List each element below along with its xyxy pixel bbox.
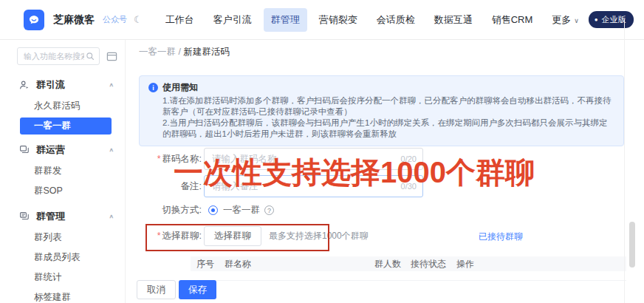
info-icon: i <box>148 83 158 92</box>
sidebar: 群引流 ∧ 永久群活码 一客一群 群运营 ∧ 群群发 群SOP 群管理 ∧ 群列… <box>0 40 126 303</box>
nav-item-more[interactable]: 更多∨ <box>544 8 586 32</box>
enterprise-badge[interactable]: ● 企业版 <box>589 11 634 28</box>
sidebar-item-group-list[interactable]: 群列表 <box>0 228 125 248</box>
column-header-index: 序号 <box>196 258 214 270</box>
nav-item-marketing-fission[interactable]: 营销裂变 <box>312 8 365 32</box>
app-logo[interactable] <box>24 10 44 30</box>
radio-one-customer-one-group[interactable] <box>208 205 218 215</box>
breadcrumb: 一客一群 / 新建群活码 <box>139 46 230 58</box>
usage-notice: i 使用需知 1.请在添加群活码时添加多个群聊，客户扫码后会按序分配一个群聊，已… <box>139 75 624 146</box>
sidebar-item-group-member-list[interactable]: 群成员列表 <box>0 248 125 268</box>
sidebar-item-one-customer-one-group[interactable]: 一客一群 <box>20 118 112 135</box>
cancel-button[interactable]: 取消 <box>137 280 176 299</box>
group-management-icon <box>19 211 30 222</box>
group-operation-icon <box>19 145 30 155</box>
usage-notice-line: 2.当用户扫活码分配群聊后，该群聊会与扫码用户产生1小时的绑定关系，在绑定期间用… <box>148 118 614 140</box>
received-groups-link[interactable]: 已接待群聊 <box>479 231 523 243</box>
nav-item-group-management[interactable]: 群管理 <box>264 8 307 32</box>
chat-bubble-icon <box>27 13 41 27</box>
group-table-empty-body <box>191 271 626 281</box>
radio-option-label: 一客一群 <box>223 204 260 217</box>
radio-dot <box>211 208 215 212</box>
nav-item-data-exchange[interactable]: 数据互通 <box>427 8 480 32</box>
column-header-member-count: 群人数 <box>374 258 401 270</box>
group-table-header: 序号 群名称 群人数 接待状态 操作 <box>191 256 626 271</box>
sidebar-item-group-mass-send[interactable]: 群群发 <box>0 161 125 181</box>
sidebar-item-group-stats[interactable]: 群统计 <box>0 268 125 287</box>
sidebar-item-permanent-group-qrcode[interactable]: 永久群活码 <box>0 96 125 116</box>
usage-notice-line: 1.请在添加群活码时添加多个群聊，客户扫码后会按序分配一个群聊，已分配客户的群聊… <box>148 95 614 118</box>
sidebar-section-group-acquisition[interactable]: 群引流 ∧ <box>0 74 125 96</box>
select-groups-button[interactable]: 选择群聊 <box>204 226 261 246</box>
chevron-up-icon: ∧ <box>109 82 114 88</box>
switch-mode-label: 切换方式: <box>126 204 202 217</box>
breadcrumb-current: 新建群活码 <box>183 47 230 57</box>
nav-item-sales-crm[interactable]: 销售CRM <box>484 8 541 32</box>
chevron-up-icon: ∧ <box>109 147 114 153</box>
group-acquisition-icon <box>19 80 30 90</box>
nav-item-customer-acquisition[interactable]: 客户引流 <box>206 8 259 32</box>
sidebar-item-tag-group-create[interactable]: 标签建群 <box>0 287 125 303</box>
sidebar-item-group-sop[interactable]: 群SOP <box>0 181 125 201</box>
primary-nav: 工作台 客户引流 群管理 营销裂变 会话质检 数据互通 销售CRM 更多∨ <box>156 8 589 32</box>
function-search-input[interactable] <box>22 51 86 61</box>
column-header-reception-status: 接待状态 <box>411 258 446 270</box>
scrollbar-thumb[interactable] <box>629 222 635 268</box>
sidebar-section-group-management[interactable]: 群管理 ∧ <box>0 205 125 228</box>
channel-tag[interactable]: 公众号 <box>103 14 127 25</box>
column-header-group-name: 群名称 <box>225 258 251 270</box>
save-button[interactable]: 保存 <box>179 280 216 299</box>
sidebar-section-group-operation[interactable]: 群运营 ∧ <box>0 139 125 161</box>
search-icon <box>86 52 95 61</box>
select-group-row: *选择群聊: 选择群聊 最多支持选择1000个群聊 <box>126 226 369 246</box>
switch-mode-row: 切换方式: 一客一群 ? <box>126 204 274 217</box>
section-label: 群运营 <box>36 143 65 157</box>
scrollbar-track-line <box>624 19 625 303</box>
select-groups-hint: 最多支持选择1000个群聊 <box>269 230 369 242</box>
nav-item-chat-inspection[interactable]: 会话质检 <box>369 8 422 32</box>
dark-mode-icon[interactable]: ☾ <box>134 14 143 25</box>
section-label: 群引流 <box>36 78 65 92</box>
help-icon[interactable]: ? <box>264 205 274 215</box>
annotation-overlay-text: 一次性支持选择1000个群聊 <box>174 152 535 193</box>
column-header-actions: 操作 <box>456 258 474 270</box>
usage-notice-title: i 使用需知 <box>148 81 614 94</box>
nav-item-workbench[interactable]: 工作台 <box>158 8 202 32</box>
sidebar-toggle-icon[interactable] <box>106 51 117 62</box>
brand-name: 芝麻微客 <box>53 13 95 27</box>
sidebar-search-row <box>17 47 117 65</box>
function-search-box[interactable] <box>17 47 100 65</box>
select-group-label: *选择群聊: <box>126 230 202 242</box>
badge-dot-icon: ● <box>595 17 598 23</box>
chevron-down-icon: ∨ <box>574 17 579 24</box>
breadcrumb-parent[interactable]: 一客一群 <box>139 47 176 57</box>
section-label: 群管理 <box>36 210 65 223</box>
top-navbar: 芝麻微客 公众号 ☾ 工作台 客户引流 群管理 营销裂变 会话质检 数据互通 销… <box>0 0 644 40</box>
required-asterisk: * <box>157 231 161 241</box>
chevron-up-icon: ∧ <box>109 214 114 219</box>
required-asterisk: * <box>157 154 161 164</box>
